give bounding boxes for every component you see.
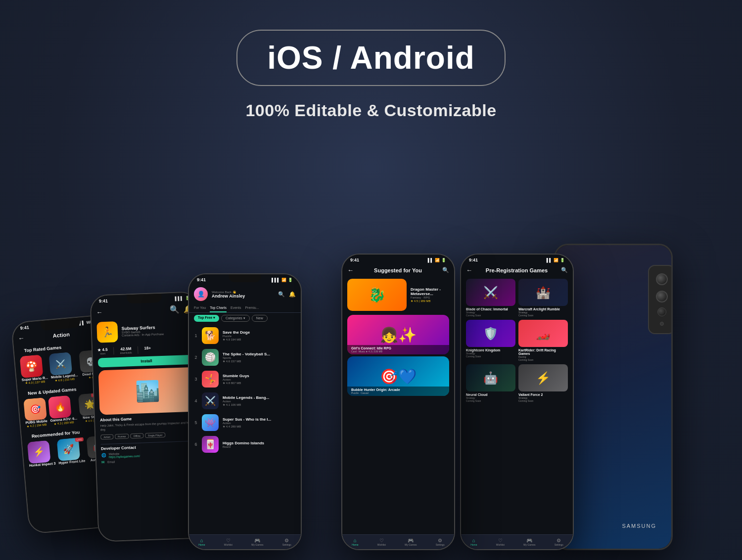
website-icon: 🌐 <box>101 453 106 458</box>
status-bar-phone4: 9:41 ▌▌📶🔋 <box>342 255 454 264</box>
phone4-screen: 9:41 ▌▌📶🔋 ← Suggested for You 🔍 🐉 Dragon… <box>342 255 454 549</box>
camera-module <box>648 265 671 334</box>
time-phone3: 9:41 <box>197 277 206 282</box>
prereg-blade[interactable]: ⚔️ Blade of Chaos: Immortal Strategy Com… <box>466 279 515 317</box>
screen-title-phone5: Pre-Registration Games <box>486 267 548 273</box>
tab-foryou[interactable]: For You <box>194 304 206 312</box>
nav-wishlist[interactable]: ♡ Wishlist <box>224 538 232 546</box>
blade-thumb: ⚔️ <box>466 279 515 306</box>
back-arrow-phone1[interactable]: ← <box>18 334 25 342</box>
rating-age: 18+ <box>144 346 151 353</box>
tag-offline: Offline <box>130 433 143 438</box>
rank-5: 5 <box>194 420 198 425</box>
phone-3: 9:41 ▌▌▌📶🔋 👤 Welcome Back 👋 Andrew Ainsl… <box>188 273 302 550</box>
camera-lens-2 <box>656 291 668 302</box>
nav5-mygames[interactable]: 🎮 My Games <box>523 538 535 546</box>
tab-topcharts[interactable]: Top Charts <box>210 304 227 312</box>
search-phone5[interactable]: 🔍 <box>561 267 568 273</box>
filter-topfree[interactable]: Top Free ▾ <box>194 315 219 322</box>
kartrider-status: Coming Soon <box>518 358 568 361</box>
nav4-home-label: Home <box>352 543 358 546</box>
bell-icon-ph3[interactable]: 🔔 <box>289 291 296 298</box>
info-spike: The Spike - Volleyball S... Sports ★ 4.6… <box>223 352 296 363</box>
search-icon-ph3[interactable]: 🔍 <box>278 291 285 298</box>
game-mlbb[interactable]: ⚔️ Mobile Legend... ★ 4.8 | 210 MB <box>49 351 79 383</box>
filter-categories[interactable]: Categories ▾ <box>221 315 250 322</box>
game-mario[interactable]: 🍄 Super Mario R... ★ 4.0 | 137 MB <box>20 354 48 385</box>
girlsconn-genre: Card · Music ★ 4.3 | 536 MB <box>351 350 445 353</box>
game-pubg[interactable]: 🎯 PUBG Mobile ★ 4.2 | 194 MB <box>23 397 47 428</box>
meta-mlbang: ★ 4.1 106 MB <box>223 403 296 406</box>
tab-premium[interactable]: Premiu... <box>245 304 259 312</box>
settings-icon-ph4: ⚙ <box>436 538 445 543</box>
prereg-neural[interactable]: 🤖 Neural Cloud Strategy Coming Soon <box>466 364 515 402</box>
phones-area: 9:41 ▌▌▌ WiFi 🔋 ← Action 🔍 Top Rated Gam… <box>0 174 742 560</box>
suggested-dragon[interactable]: 🐉 Dragon Master - Metaverse... Fantasy ·… <box>342 277 454 313</box>
prereg-knightcore[interactable]: 🛡️ Knightcore Kingdom Strategy Coming So… <box>466 320 515 361</box>
info-mlbang: Mobile Legends - Bang... Action ★ 4.1 10… <box>223 395 296 406</box>
wishlist-icon: ♡ <box>224 538 232 543</box>
app-item-4[interactable]: 4 ⚔️ Mobile Legends - Bang... Action ★ 4… <box>189 390 301 412</box>
dragon-name: Dragon Master - Metaverse... <box>411 287 449 296</box>
app-item-5[interactable]: 5 👾 Super Sus - Who is the I... Action ★… <box>189 412 301 433</box>
game-garena[interactable]: 🔥 Garena AOV: 6... ★ 4.3 | 289 MB <box>48 395 77 426</box>
back-phone5[interactable]: ← <box>466 266 472 274</box>
subway-game-header: 🏃 Subway Surfers SYBO Games Contains Ads… <box>92 316 199 346</box>
nav-settings[interactable]: ⚙ Settings <box>282 538 291 546</box>
nav4-settings[interactable]: ⚙ Settings <box>436 538 445 546</box>
nav4-wishlist[interactable]: ♡ Wishlist <box>377 538 386 546</box>
meta-savedoge: ★ 4.9 194 MB <box>223 338 296 341</box>
nav-settings-label: Settings <box>282 543 291 546</box>
mlbb-thumb: ⚔️ <box>49 352 73 376</box>
name-supersus: Super Sus - Who is the I... <box>223 417 296 422</box>
nav5-mygames-label: My Games <box>523 543 535 546</box>
nav4-mygames[interactable]: 🎮 My Games <box>405 538 417 546</box>
warcraft-name: Warcraft Arclight Rumble <box>518 307 568 311</box>
prereg-kartrider[interactable]: 🏎️ KartRider: Drift Racing Games Racing … <box>518 320 568 361</box>
app-item-3[interactable]: 3 🤸 Stumble Guys Action ★ 4.8 807 MB <box>189 368 301 390</box>
email-icon: ✉ <box>101 460 105 465</box>
filter-row: Top Free ▾ Categories ▾ New <box>189 313 301 325</box>
nav5-wishlist[interactable]: ♡ Wishlist <box>496 538 505 546</box>
search-phone2[interactable]: 🔍 <box>169 305 180 315</box>
camera-flash <box>660 322 664 326</box>
prereg-warcraft[interactable]: 🏰 Warcraft Arclight Rumble Strategy Comi… <box>518 279 568 317</box>
dragon-rating: ★ 4.5 | 389 MB <box>411 299 449 302</box>
back-phone4[interactable]: ← <box>347 266 354 274</box>
profile-row: 👤 Welcome Back 👋 Andrew Ainsley 🔍 🔔 <box>189 284 301 304</box>
game-honkai[interactable]: ⚡ Honkai Impact 3 <box>27 440 56 467</box>
nav5-home[interactable]: ⌂ Home <box>470 538 477 546</box>
search-phone4[interactable]: 🔍 <box>442 267 449 273</box>
screen-title-phone1: Action <box>52 331 70 339</box>
mygames-icon: 🎮 <box>251 538 263 543</box>
genre-higgs: Board <box>223 445 296 448</box>
filter-new[interactable]: New <box>252 315 268 322</box>
home-icon-ph5: ⌂ <box>470 538 477 543</box>
app-item-1[interactable]: 1 🐕 Save the Doge Puzzle ★ 4.9 194 MB <box>189 325 301 346</box>
bubble-banner[interactable]: 🎯💙 Bubble Hunter Origin: Arcade Puzzle ·… <box>347 356 449 396</box>
game-hyper[interactable]: 🚀 LITE Hyper Front Lite <box>56 437 85 465</box>
bottom-nav-phone5: ⌂ Home ♡ Wishlist 🎮 My Games ⚙ Settings <box>461 534 573 549</box>
nav4-home[interactable]: ⌂ Home <box>352 538 358 546</box>
nav5-settings[interactable]: ⚙ Settings <box>555 538 563 546</box>
subway-hero-image: 🏙️ <box>98 367 197 415</box>
nav-home[interactable]: ⌂ Home <box>198 538 205 546</box>
app-item-6[interactable]: 6 🀄 Higgs Domino Islands Board <box>189 433 301 455</box>
knightcore-name: Knightcore Kingdom <box>466 348 515 352</box>
mygames-icon-ph5: 🎮 <box>523 538 535 543</box>
dev-website-info: Website https://sybogames.com/ <box>108 451 140 458</box>
app-item-2[interactable]: 2 🏐 The Spike - Volleyball S... Sports ★… <box>189 346 301 368</box>
valiant-name: Valiant Force 2 <box>518 393 568 396</box>
rank-6: 6 <box>194 442 198 447</box>
back-phone2[interactable]: ← <box>96 308 103 316</box>
icon-higgs: 🀄 <box>202 436 219 453</box>
girlsconn-banner[interactable]: 👧✨ Girl's Connect: Idle RPG Card · Music… <box>347 315 449 354</box>
nav-mygames[interactable]: 🎮 My Games <box>251 538 263 546</box>
garena-thumb: 🔥 <box>48 395 72 419</box>
prereg-valiant[interactable]: ⚡ Valiant Force 2 Strategy Coming Soon <box>518 364 568 402</box>
time-phone2: 9:41 <box>99 299 108 304</box>
bottom-nav-phone4: ⌂ Home ♡ Wishlist 🎮 My Games ⚙ Settings <box>342 534 454 549</box>
nav-wishlist-label: Wishlist <box>224 543 232 546</box>
tag-action: Action <box>100 434 113 439</box>
tab-events[interactable]: Events <box>231 304 241 312</box>
